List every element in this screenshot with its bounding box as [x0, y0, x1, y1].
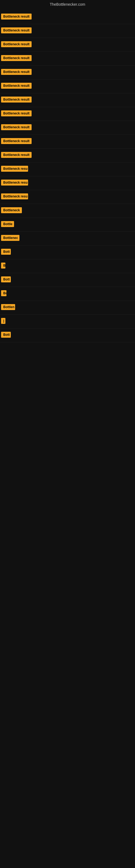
- bottleneck-label-3[interactable]: Bottleneck result: [1, 41, 32, 47]
- rows-container: Bottleneck resultBottleneck resultBottle…: [0, 8, 135, 342]
- bottleneck-label-16[interactable]: Bottle: [1, 221, 14, 227]
- bottleneck-label-23[interactable]: |: [1, 318, 5, 324]
- bottleneck-row-9: Bottleneck result: [0, 121, 135, 135]
- bottleneck-row-1: Bottleneck result: [0, 10, 135, 24]
- bottleneck-label-1[interactable]: Bottleneck result: [1, 13, 32, 20]
- bottleneck-row-15: Bottleneck: [0, 204, 135, 218]
- bottleneck-row-24: Bott: [0, 329, 135, 342]
- bottleneck-row-23: |: [0, 315, 135, 329]
- bottleneck-label-19[interactable]: B: [1, 262, 5, 269]
- bottleneck-label-4[interactable]: Bottleneck result: [1, 55, 32, 61]
- bottleneck-row-2: Bottleneck result: [0, 24, 135, 38]
- bottleneck-label-11[interactable]: Bottleneck result: [1, 152, 32, 158]
- bottleneck-row-14: Bottleneck resu: [0, 190, 135, 204]
- bottleneck-row-19: B: [0, 259, 135, 273]
- bottleneck-label-20[interactable]: Bott: [1, 276, 11, 282]
- bottleneck-row-16: Bottle: [0, 218, 135, 231]
- bottleneck-row-20: Bott: [0, 273, 135, 287]
- bottleneck-row-17: Bottlenec: [0, 231, 135, 246]
- bottleneck-row-6: Bottleneck result: [0, 80, 135, 93]
- bottleneck-label-8[interactable]: Bottleneck result: [1, 111, 32, 116]
- bottleneck-row-10: Bottleneck result: [0, 135, 135, 149]
- bottleneck-label-5[interactable]: Bottleneck result: [1, 69, 32, 75]
- bottleneck-label-15[interactable]: Bottleneck: [1, 207, 22, 213]
- bottleneck-label-18[interactable]: Bott: [1, 249, 11, 255]
- bottleneck-label-10[interactable]: Bottleneck result: [1, 138, 32, 144]
- bottleneck-label-7[interactable]: Bottleneck result: [1, 97, 32, 102]
- bottleneck-label-14[interactable]: Bottleneck resu: [1, 193, 28, 199]
- page-wrapper: TheBottlenecker.com Bottleneck resultBot…: [0, 0, 135, 868]
- bottleneck-row-12: Bottleneck resu: [0, 162, 135, 176]
- bottleneck-row-8: Bottleneck result: [0, 107, 135, 121]
- bottleneck-row-18: Bott: [0, 246, 135, 259]
- bottleneck-label-13[interactable]: Bottleneck resu: [1, 180, 28, 186]
- bottleneck-label-17[interactable]: Bottlenec: [1, 235, 19, 241]
- bottleneck-row-5: Bottleneck result: [0, 66, 135, 80]
- bottleneck-label-22[interactable]: Bottlen: [1, 304, 15, 310]
- bottleneck-label-2[interactable]: Bottleneck result: [1, 27, 32, 33]
- bottleneck-row-22: Bottlen: [0, 301, 135, 315]
- bottleneck-row-3: Bottleneck result: [0, 38, 135, 52]
- bottleneck-label-24[interactable]: Bott: [1, 332, 11, 338]
- bottleneck-row-7: Bottleneck result: [0, 93, 135, 107]
- bottleneck-label-12[interactable]: Bottleneck resu: [1, 166, 28, 172]
- bottleneck-row-11: Bottleneck result: [0, 149, 135, 162]
- bottleneck-row-13: Bottleneck resu: [0, 176, 135, 190]
- bottleneck-label-9[interactable]: Bottleneck result: [1, 124, 32, 130]
- bottleneck-label-6[interactable]: Bottleneck result: [1, 83, 32, 89]
- bottleneck-row-4: Bottleneck result: [0, 52, 135, 66]
- bottleneck-label-21[interactable]: Bo: [1, 290, 6, 296]
- bottleneck-row-21: Bo: [0, 287, 135, 301]
- site-title: TheBottlenecker.com: [0, 0, 135, 8]
